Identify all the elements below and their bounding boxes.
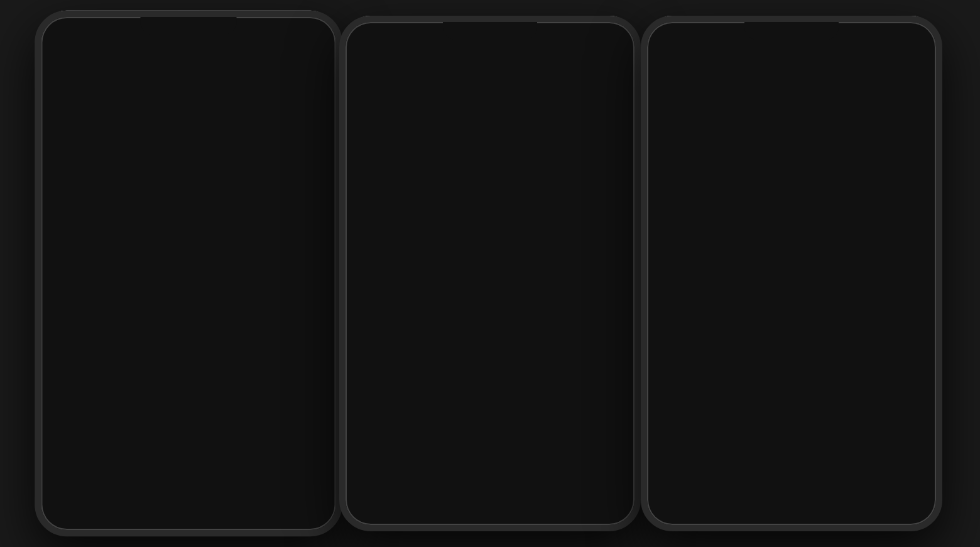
mic-icon-2: 🎤	[611, 279, 621, 289]
music-thumb-welcome: 🌆	[498, 402, 523, 428]
camera-button-3[interactable]: 📷	[653, 277, 672, 296]
svg-point-11	[386, 285, 389, 288]
contact-info-2[interactable]: 🧑 Armando	[469, 46, 504, 79]
sticker-6[interactable]: 🦆	[239, 439, 331, 530]
tray-apps-3[interactable]: ⊞	[651, 309, 673, 331]
play-button-armando[interactable]	[602, 205, 622, 225]
contact-name-1[interactable]: Julie	[175, 66, 195, 75]
video-button-2[interactable]	[611, 55, 624, 70]
wifi-icon-2: ▲	[594, 29, 602, 38]
input-bar-2: 📷 iMessage 🎤	[346, 270, 634, 298]
sticker-1[interactable]: 🐭❤️🦆	[46, 343, 138, 434]
sticker-4[interactable]: BFF	[46, 439, 138, 530]
signal-1	[281, 25, 292, 32]
battery-3	[907, 30, 922, 37]
sticker-2[interactable]: HAHA	[143, 343, 234, 434]
svg-marker-13	[921, 56, 926, 66]
input-placeholder-2: iMessage	[408, 279, 445, 289]
camera-button-1[interactable]: 📷	[48, 278, 67, 297]
back-button-1[interactable]	[52, 53, 58, 63]
memoji-4[interactable]: 🙎‍♂️	[652, 433, 742, 520]
music-artist-flight: Hiatus Kaiyote	[388, 415, 433, 422]
tray-waves-3[interactable]: 〰️	[677, 309, 699, 331]
tray-memoji-2[interactable]: 🧑	[97, 309, 121, 333]
signal-2	[581, 30, 592, 37]
tray-memoji-3[interactable]: 🧑‍🎤	[401, 307, 423, 329]
message-received-1: Hi! I went shopping today and found the …	[48, 118, 259, 156]
phone-screen-3: 09:41 ▲ 👩‍🦰 Eden	[647, 16, 936, 525]
tray-memoji-6[interactable]: 🧑	[728, 309, 751, 331]
contact-name-2[interactable]: Armando	[469, 70, 504, 79]
tray-disney-2[interactable]: 🐭	[504, 307, 526, 329]
tray-memoji-5[interactable]: 🧑‍🎤	[702, 309, 725, 331]
music-item-good[interactable]: ⬛ Good Girls CHVRCHES	[493, 357, 627, 392]
tray-waves[interactable]: 〰️	[45, 309, 68, 333]
tray-music[interactable]: 🎵	[124, 309, 147, 333]
apps-button-3[interactable]	[677, 277, 696, 296]
contact-info-3[interactable]: 👩‍🦰 Eden	[776, 46, 799, 77]
chevron-left-icon-3	[655, 56, 666, 67]
timestamp-2: iMessage	[352, 91, 628, 99]
tray-hearts-3[interactable]: ❤️	[805, 309, 828, 331]
message-input-3[interactable]: iMessage 🎤	[701, 276, 930, 296]
memoji-3[interactable]: 🧔	[841, 341, 931, 428]
music-item-gold[interactable]: 🎷 ĐANG PHÁT Gold-Diggers... Leon Bridges	[353, 357, 487, 392]
message-input-1[interactable]: iMessage 🎤	[96, 277, 329, 298]
tray-memoji-4[interactable]: 🧑	[427, 307, 449, 329]
tray-hearts[interactable]: ❤️	[177, 309, 200, 333]
sticker-5[interactable]: 🐭🎩	[143, 439, 234, 530]
video-button-3[interactable]	[912, 55, 926, 69]
music-artist-welcome: Tones And I	[528, 415, 576, 422]
phone-eden: 09:41 ▲ 👩‍🦰 Eden	[641, 16, 942, 531]
tray-memoji-1[interactable]: 🧑‍🎤	[71, 309, 94, 333]
contact-name-3[interactable]: Eden	[776, 69, 798, 77]
music-title-armando: Welcome to theMadhouse	[535, 197, 596, 217]
music-source-armando: 🍎Music	[535, 226, 596, 233]
back-button-2[interactable]	[356, 57, 362, 67]
memoji-1[interactable]: 🧔‍♂️	[652, 341, 742, 428]
time-1: 09:41	[55, 23, 80, 34]
message-input-2[interactable]: iMessage 🎤	[400, 274, 628, 294]
svg-marker-1	[320, 52, 325, 62]
memoji-5[interactable]: 🧏‍♂️	[747, 433, 837, 520]
apps-button-2[interactable]	[376, 275, 395, 294]
video-button-1[interactable]	[312, 51, 325, 65]
music-grid-armando: 🎷 ĐANG PHÁT Gold-Diggers... Leon Bridges…	[353, 357, 627, 433]
music-info-gold: ĐANG PHÁT Gold-Diggers... Leon Bridges	[388, 364, 438, 385]
status-icons-1: ▲	[281, 24, 322, 33]
memoji-6[interactable]: 🤷‍♂️	[841, 433, 931, 520]
tray-disney[interactable]: 🐭	[202, 309, 226, 333]
music-card-armando[interactable]: 🌆 Welcome to theMadhouse Tones And I 🍎Mu…	[490, 191, 628, 240]
contact-info-1[interactable]: 🧑‍🎤 Julie	[173, 41, 197, 75]
music-thumb-armando: 🌆	[496, 199, 529, 231]
status-bar-3: 09:41 ▲	[647, 16, 936, 43]
timestamp-date-1: 09:32, Hôm nay	[48, 104, 330, 112]
tray-hearts-2[interactable]: ❤️	[478, 307, 501, 329]
battery-2	[606, 30, 621, 37]
avatar-julie: 🧑‍🎤	[173, 41, 197, 65]
music-info-welcome: Welcome to t... Tones And I	[528, 407, 576, 422]
status-icons-2: ▲	[581, 29, 621, 38]
mic-icon-3: 🎤	[913, 281, 923, 290]
music-item-flight[interactable]: 🎸 Flight of the... Hiatus Kaiyote	[353, 397, 487, 433]
tray-vinyl-3[interactable]: 🎶	[780, 309, 802, 331]
svg-point-2	[77, 283, 80, 286]
tray-waves-2[interactable]: 〰️	[375, 307, 398, 329]
sticker-3[interactable]: 🐭	[239, 343, 331, 434]
tray-vinyl[interactable]: 🎵	[349, 307, 372, 329]
apps-button-1[interactable]	[72, 278, 91, 297]
sticker-panel-1: 🐭❤️🦆 HAHA 🐭 BFF 🐭🎩 🦆	[41, 337, 335, 530]
wifi-icon-3: ▲	[896, 29, 904, 38]
avatar-eden: 👩‍🦰	[776, 46, 799, 69]
sticker-area: 🐭💕🦆 BFF	[185, 194, 330, 245]
tray-spotify[interactable]: 🎶	[150, 309, 173, 333]
chat-header-2: 🧑 Armando	[346, 43, 634, 84]
music-item-welcome[interactable]: 🌆 Welcome to t... Tones And I	[493, 397, 627, 433]
message-received-2: I got them for you. My treat!	[48, 160, 174, 185]
camera-button-2[interactable]: 📷	[352, 275, 371, 294]
music-panel-armando: CHIA SẺ BÀI ĐÃ PHÁT GẦN ĐÂY 🎷 ĐANG PHÁT …	[346, 334, 634, 526]
back-button-3[interactable]	[657, 57, 663, 67]
tray-music-3[interactable]: 🎵	[754, 309, 776, 331]
tray-music-2[interactable]: 🎵	[452, 307, 475, 329]
memoji-2[interactable]: 🧑‍🦯	[747, 341, 837, 428]
